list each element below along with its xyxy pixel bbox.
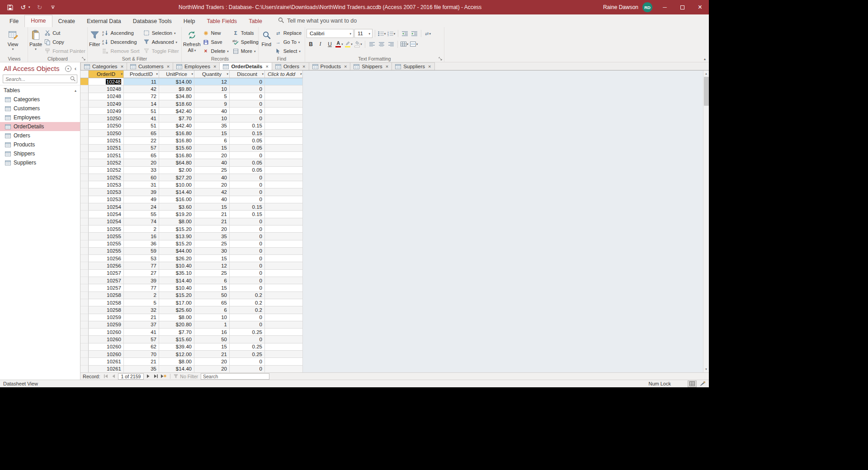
user-name[interactable]: Raine Dawson	[603, 4, 638, 10]
row-selector[interactable]	[80, 122, 89, 130]
cell[interactable]: 0.05	[230, 167, 265, 174]
cell[interactable]: $9.80	[159, 85, 194, 93]
fill-color-button[interactable]: ▾	[354, 40, 363, 48]
datasheet-view-shortcut-button[interactable]	[688, 381, 697, 387]
search-icon[interactable]	[70, 75, 75, 83]
find-button[interactable]: Find	[260, 28, 273, 47]
document-tab-suppliers[interactable]: Suppliers×	[392, 62, 434, 70]
cell-click-to-add[interactable]	[265, 284, 303, 291]
more-button[interactable]: More ▾	[231, 47, 260, 56]
last-record-button[interactable]	[152, 373, 159, 380]
shutter-bar-close-icon[interactable]: ‹	[74, 65, 77, 72]
cell[interactable]: 0.15	[230, 122, 265, 130]
cell[interactable]: $7.70	[159, 329, 194, 336]
cell[interactable]: 10253	[89, 188, 124, 196]
cell[interactable]: 21	[194, 211, 230, 218]
cell[interactable]: 0.25	[230, 343, 265, 351]
cell[interactable]: 10253	[89, 196, 124, 203]
cell[interactable]: 27	[124, 270, 159, 277]
cell[interactable]: $14.40	[159, 188, 194, 196]
collapse-ribbon-icon[interactable]: ▴	[704, 57, 706, 61]
font-color-button[interactable]: A ▾	[335, 40, 344, 48]
cell[interactable]: 0	[230, 196, 265, 203]
cell-click-to-add[interactable]	[265, 181, 303, 188]
row-selector[interactable]	[80, 343, 89, 351]
design-view-shortcut-button[interactable]	[698, 381, 707, 387]
cell-click-to-add[interactable]	[265, 240, 303, 248]
cell[interactable]: 49	[124, 196, 159, 203]
cell[interactable]: 0.15	[230, 211, 265, 218]
cell[interactable]: 0	[230, 270, 265, 277]
cell-click-to-add[interactable]	[265, 108, 303, 115]
cell[interactable]: 0	[230, 358, 265, 365]
cell[interactable]: 9	[194, 100, 230, 108]
cell[interactable]: $15.60	[159, 145, 194, 152]
cell[interactable]: 10261	[89, 366, 124, 372]
select-all-corner[interactable]	[80, 70, 89, 78]
cell-click-to-add[interactable]	[265, 255, 303, 262]
tab-close-icon[interactable]: ×	[121, 64, 123, 69]
cell[interactable]: 20	[194, 181, 230, 188]
cell[interactable]: $64.80	[159, 159, 194, 166]
row-selector[interactable]	[80, 248, 89, 255]
ribbon-tab-home[interactable]: Home	[24, 15, 52, 27]
cell[interactable]: 0	[230, 240, 265, 248]
cell[interactable]: 0	[230, 226, 265, 233]
cell-click-to-add[interactable]	[265, 351, 303, 358]
cell-click-to-add[interactable]	[265, 93, 303, 100]
cell-click-to-add[interactable]	[265, 270, 303, 277]
row-selector[interactable]	[80, 188, 89, 196]
row-selector[interactable]	[80, 366, 89, 372]
cell[interactable]: $13.90	[159, 233, 194, 240]
column-dropdown-icon[interactable]: ▾	[262, 72, 264, 76]
column-dropdown-icon[interactable]: ▾	[121, 72, 123, 76]
cell[interactable]: $39.40	[159, 343, 194, 351]
cell-click-to-add[interactable]	[265, 159, 303, 166]
cell[interactable]: 10	[194, 314, 230, 321]
cell[interactable]: 0.15	[230, 203, 265, 211]
cell[interactable]: 0.2	[230, 299, 265, 306]
align-center-button[interactable]	[377, 40, 386, 48]
cell[interactable]: $18.60	[159, 100, 194, 108]
cell[interactable]: 31	[124, 181, 159, 188]
row-selector[interactable]	[80, 218, 89, 226]
cell[interactable]: 10257	[89, 270, 124, 277]
cell[interactable]: 16	[124, 233, 159, 240]
cell[interactable]: 10250	[89, 130, 124, 137]
cell[interactable]: 30	[194, 248, 230, 255]
tab-close-icon[interactable]: ×	[428, 64, 431, 69]
italic-button[interactable]: I	[316, 40, 325, 48]
row-selector[interactable]	[80, 336, 89, 343]
document-tab-products[interactable]: Products×	[309, 62, 351, 70]
cell[interactable]: 21	[124, 314, 159, 321]
cell[interactable]: $25.60	[159, 306, 194, 314]
cell[interactable]: 10256	[89, 262, 124, 269]
cell[interactable]: $19.20	[159, 211, 194, 218]
cell[interactable]: 0.05	[230, 159, 265, 166]
cell[interactable]: 21	[124, 358, 159, 365]
alternate-row-color-button[interactable]: ▾	[410, 40, 418, 48]
cell[interactable]: 1	[194, 321, 230, 329]
cell[interactable]: 10260	[89, 336, 124, 343]
cell[interactable]: $42.40	[159, 122, 194, 130]
cell[interactable]: 16	[194, 329, 230, 336]
row-selector[interactable]	[80, 78, 89, 85]
selection-button[interactable]: Selection ▾	[142, 28, 181, 38]
row-selector[interactable]	[80, 100, 89, 108]
filter-button[interactable]: Filter	[89, 28, 100, 47]
cell-click-to-add[interactable]	[265, 211, 303, 218]
gridlines-button[interactable]: ▾	[400, 40, 409, 48]
cell[interactable]: $10.00	[159, 181, 194, 188]
navigation-search-input[interactable]	[5, 76, 68, 82]
cell[interactable]: 42	[124, 85, 159, 93]
cell[interactable]: $12.00	[159, 351, 194, 358]
cell[interactable]: 10258	[89, 306, 124, 314]
column-header-discount[interactable]: Discount▾	[230, 70, 265, 78]
cell[interactable]: 10255	[89, 226, 124, 233]
document-tab-shippers[interactable]: Shippers×	[350, 62, 392, 70]
cell[interactable]: 39	[124, 277, 159, 284]
view-button[interactable]: View ▾	[2, 28, 24, 51]
cell[interactable]: 10249	[89, 100, 124, 108]
row-selector[interactable]	[80, 277, 89, 284]
cell[interactable]: 10258	[89, 299, 124, 306]
